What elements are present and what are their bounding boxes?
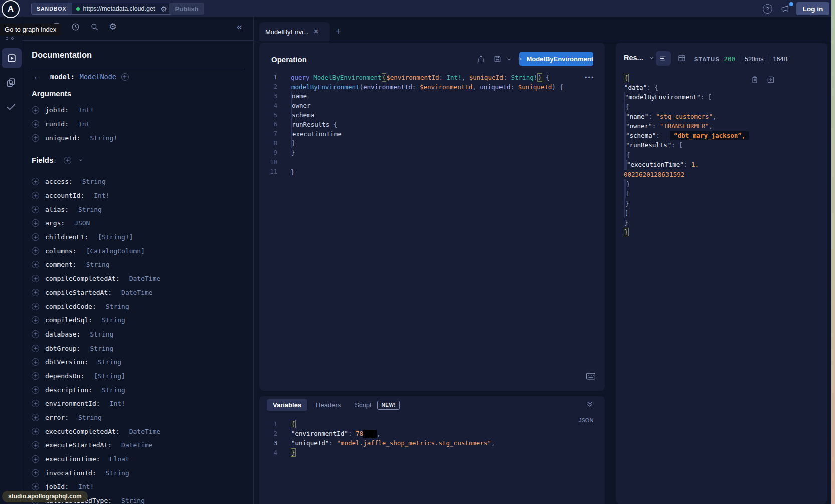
add-tab-icon[interactable]: + bbox=[335, 25, 341, 37]
field-type-link[interactable]: Float bbox=[110, 455, 129, 463]
field-row[interactable]: executeStartedAt:DateTime bbox=[32, 438, 252, 452]
graph-index-icon[interactable] bbox=[6, 37, 8, 40]
field-type-link[interactable]: String bbox=[106, 469, 129, 477]
field-row[interactable]: dependsOn:[String] bbox=[32, 369, 252, 383]
format-view-button[interactable] bbox=[656, 51, 671, 66]
field-type-link[interactable]: [String] bbox=[94, 372, 125, 380]
add-field-icon[interactable] bbox=[32, 206, 39, 213]
field-row[interactable]: compileCompletedAt:DateTime bbox=[32, 272, 252, 286]
field-type-link[interactable]: String bbox=[90, 345, 113, 352]
tab-script[interactable]: Script bbox=[355, 399, 371, 411]
add-field-icon[interactable] bbox=[32, 316, 39, 324]
add-field-icon[interactable] bbox=[32, 120, 39, 128]
code-line[interactable]: 8 } bbox=[259, 139, 605, 148]
field-row[interactable]: database:String bbox=[32, 327, 252, 342]
field-type-link[interactable]: [String!] bbox=[98, 233, 133, 241]
add-field-icon[interactable] bbox=[32, 233, 39, 241]
field-type-link[interactable]: [CatalogColumn] bbox=[86, 247, 145, 255]
add-field-icon[interactable] bbox=[32, 192, 39, 199]
field-type-link[interactable]: JSON bbox=[74, 219, 90, 227]
field-type-link[interactable]: Int bbox=[78, 120, 90, 128]
breadcrumb-type-link[interactable]: ModelNode bbox=[80, 73, 116, 81]
add-field-icon[interactable] bbox=[32, 358, 39, 366]
tab-headers[interactable]: Headers bbox=[316, 399, 341, 411]
add-field-icon[interactable] bbox=[32, 289, 39, 296]
close-tab-icon[interactable]: × bbox=[314, 28, 318, 36]
field-type-link[interactable]: String bbox=[106, 303, 129, 310]
settings-icon[interactable]: ⚙ bbox=[109, 22, 117, 31]
history-icon[interactable] bbox=[71, 22, 80, 32]
page-scrollbar[interactable] bbox=[831, 0, 835, 504]
tab-variables[interactable]: Variables bbox=[267, 399, 307, 411]
run-operation-button[interactable]: ModelByEnvironment bbox=[519, 52, 593, 66]
checks-nav-icon[interactable] bbox=[6, 101, 17, 112]
code-line[interactable]: 9 } bbox=[259, 148, 605, 157]
field-row[interactable]: columns:[CatalogColumn] bbox=[32, 244, 252, 258]
field-type-link[interactable]: String bbox=[78, 414, 102, 421]
field-type-link[interactable]: String bbox=[90, 330, 113, 338]
code-line[interactable]: 7 executionTime bbox=[259, 129, 605, 139]
endpoint-url[interactable]: https://metadata.cloud.get bbox=[83, 5, 157, 12]
add-field-icon[interactable] bbox=[32, 247, 39, 255]
response-dropdown-chevron-icon[interactable] bbox=[648, 55, 655, 61]
collapse-panel-icon[interactable] bbox=[586, 400, 594, 408]
field-type-link[interactable]: String bbox=[102, 316, 125, 324]
add-field-icon[interactable] bbox=[32, 330, 39, 338]
share-icon[interactable] bbox=[477, 55, 485, 63]
add-field-icon[interactable] bbox=[32, 219, 39, 227]
code-line[interactable]: 1query ModelByEnvironment($environmentId… bbox=[259, 73, 605, 82]
field-type-link[interactable]: String bbox=[78, 206, 102, 213]
sort-fields-icon[interactable]: ↓ bbox=[53, 156, 57, 164]
login-button[interactable]: Log in bbox=[796, 2, 829, 15]
endpoint-settings-icon[interactable]: ⚙ bbox=[161, 5, 168, 13]
operations-nav-button[interactable] bbox=[2, 48, 22, 68]
field-row[interactable]: compiledSql:String bbox=[32, 313, 252, 327]
help-icon[interactable]: ? bbox=[763, 4, 772, 14]
add-field-icon[interactable] bbox=[32, 303, 39, 310]
add-field-icon[interactable] bbox=[32, 106, 39, 114]
field-type-link[interactable]: DateTime bbox=[129, 428, 161, 435]
announcements-icon[interactable] bbox=[780, 4, 790, 14]
field-type-link[interactable]: String bbox=[86, 261, 110, 268]
code-line[interactable]: 3 name bbox=[259, 92, 605, 101]
add-field-icon[interactable] bbox=[32, 372, 39, 380]
endpoint-url-field[interactable]: https://metadata.cloud.get ⚙ bbox=[72, 3, 175, 14]
field-type-link[interactable]: String bbox=[82, 178, 106, 185]
keyboard-shortcuts-icon[interactable] bbox=[586, 372, 596, 380]
argument-row[interactable]: uniqueId:String! bbox=[32, 131, 252, 145]
field-row[interactable]: executionTime:Float bbox=[32, 452, 252, 466]
add-field-icon[interactable] bbox=[32, 483, 39, 490]
add-field-icon[interactable] bbox=[32, 428, 39, 435]
code-line[interactable]: 2 "environmentId": 78, bbox=[259, 429, 605, 438]
code-line[interactable]: 10 bbox=[259, 157, 605, 167]
add-field-icon[interactable] bbox=[121, 73, 129, 81]
add-field-icon[interactable] bbox=[32, 455, 39, 463]
add-field-icon[interactable] bbox=[32, 469, 39, 477]
publish-button[interactable]: Publish bbox=[169, 3, 204, 15]
field-type-link[interactable]: Int! bbox=[94, 192, 109, 199]
collections-nav-icon[interactable] bbox=[6, 77, 16, 88]
graph-index-icon[interactable] bbox=[11, 37, 14, 40]
field-row[interactable]: args:JSON bbox=[32, 216, 252, 230]
code-line[interactable]: 4 owner bbox=[259, 101, 605, 110]
field-type-link[interactable]: Int! bbox=[110, 400, 125, 407]
argument-row[interactable]: jobId:Int! bbox=[32, 103, 252, 117]
field-row[interactable]: description:String bbox=[32, 383, 252, 397]
table-view-icon[interactable] bbox=[677, 54, 686, 63]
field-row[interactable]: access:String bbox=[32, 175, 252, 189]
field-type-link[interactable]: String bbox=[98, 358, 121, 366]
field-row[interactable]: dbtGroup:String bbox=[32, 341, 252, 355]
field-type-link[interactable]: DateTime bbox=[121, 289, 153, 296]
field-type-link[interactable]: Int! bbox=[78, 106, 94, 114]
field-row[interactable]: environmentId:Int! bbox=[32, 397, 252, 411]
code-line[interactable]: 5 schema bbox=[259, 110, 605, 120]
code-line[interactable]: 4} bbox=[259, 448, 605, 457]
add-field-icon[interactable] bbox=[32, 134, 39, 142]
field-row[interactable]: compileStartedAt:DateTime bbox=[32, 286, 252, 300]
add-field-icon[interactable] bbox=[32, 178, 39, 185]
field-row[interactable]: executeCompletedAt:DateTime bbox=[32, 424, 252, 438]
tab-modelbyenvironment[interactable]: ModelByEnvi... × bbox=[259, 22, 330, 41]
field-row[interactable]: invocationId:String bbox=[32, 466, 252, 480]
field-row[interactable]: dbtVersion:String bbox=[32, 355, 252, 369]
add-field-icon[interactable] bbox=[32, 441, 39, 449]
